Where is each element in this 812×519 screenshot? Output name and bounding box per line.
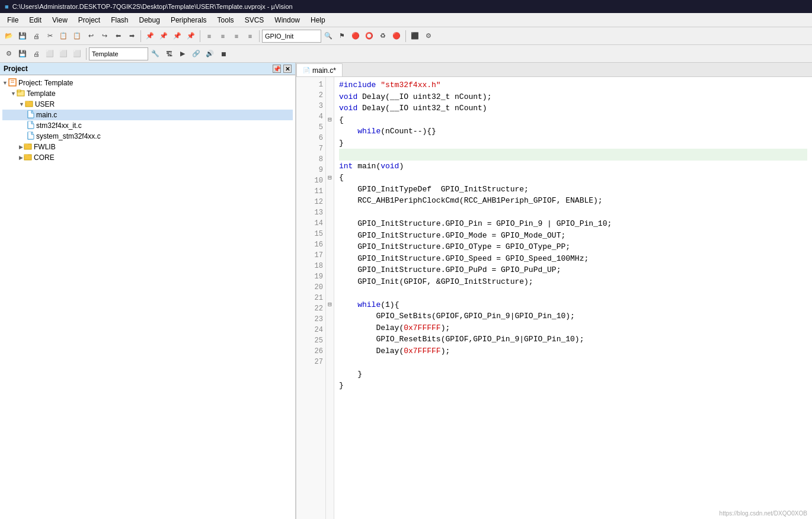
target-dropdown[interactable]: Template bbox=[89, 47, 148, 60]
toolbar2-btn-r2[interactable]: ▶ bbox=[176, 47, 189, 60]
toolbar1-separator bbox=[259, 30, 260, 42]
line-numbers: 1234567891011121314151617181920212223242… bbox=[296, 77, 326, 519]
close-panel-button[interactable]: ✕ bbox=[283, 65, 292, 73]
tree-item-system_stm32f4xx_c[interactable]: system_stm32f4xx.c bbox=[2, 131, 293, 142]
code-line-23: GPIO_ResetBits(GPIOF,GPIO_Pin_9|GPIO_Pin… bbox=[339, 334, 807, 345]
code-area[interactable]: 1234567891011121314151617181920212223242… bbox=[296, 77, 812, 519]
tree-item-user[interactable]: ▼ USER bbox=[2, 99, 293, 110]
toolbar1-btn-19[interactable]: ≡ bbox=[244, 30, 257, 43]
menu-item-debug[interactable]: Debug bbox=[135, 15, 165, 25]
tree-item-fwlib[interactable]: ▶ FWLIB bbox=[2, 142, 293, 152]
toolbar2-btn-3[interactable]: ⬜ bbox=[43, 47, 56, 60]
tb2sep1 bbox=[86, 48, 87, 60]
code-line-17: GPIO_InitStructure.GPIO_PuPd = GPIO_PuPd… bbox=[339, 264, 807, 276]
toolbar1-btn-16[interactable]: ≡ bbox=[203, 30, 216, 43]
tree-label: stm32f4xx_it.c bbox=[36, 121, 82, 130]
toolbar2-btn-r5[interactable]: ⏹ bbox=[217, 47, 230, 60]
toolbar1-btn-extra-3[interactable]: ⭕ bbox=[363, 30, 376, 43]
expand-icon: ▶ bbox=[19, 155, 23, 161]
toolbar1-btn-extra-8[interactable]: ⚙ bbox=[422, 30, 435, 43]
code-line-7 bbox=[339, 149, 807, 161]
tree-item-main_c[interactable]: main.c bbox=[2, 110, 293, 120]
tab-file-icon: 📄 bbox=[303, 67, 310, 73]
code-line-4: { bbox=[339, 114, 807, 126]
code-line-24: Delay(0x7FFFFF); bbox=[339, 345, 807, 357]
function-dropdown[interactable]: GPIO_Init bbox=[262, 30, 321, 43]
toolbar1-btn-13[interactable]: 📌 bbox=[171, 30, 184, 43]
toolbar1-btn-6[interactable]: ↩ bbox=[84, 30, 97, 43]
menu-item-flash[interactable]: Flash bbox=[106, 15, 133, 25]
toolbar1-btn-9[interactable]: ➡ bbox=[125, 30, 138, 43]
menu-item-file[interactable]: File bbox=[2, 15, 23, 25]
toolbar1-btn-2[interactable]: 🖨 bbox=[30, 30, 43, 43]
fold-16 bbox=[326, 253, 334, 265]
tree-item-project__template[interactable]: ▼ Project: Template bbox=[2, 78, 293, 88]
project-tree: ▼ Project: Template▼ Template▼ USERmain.… bbox=[0, 75, 295, 519]
fold-2 bbox=[326, 91, 334, 103]
expand-icon: ▼ bbox=[2, 80, 8, 86]
toolbar1-btn-extra-5[interactable]: 🔴 bbox=[390, 30, 403, 43]
toolbar1-btn-8[interactable]: ⬅ bbox=[111, 30, 124, 43]
code-content[interactable]: #include "stm32f4xx.h"void Delay(__IO ui… bbox=[334, 77, 812, 519]
toolbar2-btn-r0[interactable]: 🔧 bbox=[149, 47, 162, 60]
folder-icon bbox=[24, 142, 32, 152]
toolbar2-btn-5[interactable]: ⬜ bbox=[71, 47, 84, 60]
group-icon bbox=[17, 89, 25, 98]
toolbar2-btn-r3[interactable]: 🔗 bbox=[190, 47, 203, 60]
toolbar2-btn-0[interactable]: ⚙ bbox=[2, 47, 15, 60]
toolbar2-btn-2[interactable]: 🖨 bbox=[30, 47, 43, 60]
tree-label: CORE bbox=[34, 153, 55, 162]
fold-9[interactable]: ⊟ bbox=[326, 172, 334, 184]
toolbar1-btn-extra-7[interactable]: ⬛ bbox=[408, 30, 421, 43]
toolbar1-btn-0[interactable]: 📂 bbox=[2, 30, 15, 43]
toolbar2-btn-r1[interactable]: 🏗 bbox=[162, 47, 175, 60]
tree-item-template[interactable]: ▼ Template bbox=[2, 88, 293, 99]
code-line-5: while(nCount--){} bbox=[339, 126, 807, 137]
code-line-26: } bbox=[339, 369, 807, 380]
menu-item-view[interactable]: View bbox=[47, 15, 72, 25]
toolbar1-btn-5[interactable]: 📋 bbox=[71, 30, 84, 43]
code-line-20: while(1){ bbox=[339, 299, 807, 311]
menu-item-peripherals[interactable]: Peripherals bbox=[166, 15, 212, 25]
fold-12 bbox=[326, 207, 334, 219]
toolbar1-btn-7[interactable]: ↪ bbox=[98, 30, 111, 43]
toolbar1-btn-18[interactable]: ≡ bbox=[230, 30, 243, 43]
tree-item-core[interactable]: ▶ CORE bbox=[2, 152, 293, 163]
toolbar1-btn-14[interactable]: 📌 bbox=[184, 30, 197, 43]
fold-20[interactable]: ⊟ bbox=[326, 299, 334, 311]
toolbar1-btn-12[interactable]: 📌 bbox=[157, 30, 170, 43]
tab-main-c[interactable]: 📄 main.c* bbox=[296, 63, 343, 76]
toolbar1-btn-1[interactable]: 💾 bbox=[16, 30, 29, 43]
toolbar1-btn-4[interactable]: 📋 bbox=[57, 30, 70, 43]
file-icon bbox=[27, 110, 34, 120]
expand-icon: ▼ bbox=[19, 101, 24, 107]
toolbar1-btn-11[interactable]: 📌 bbox=[143, 30, 156, 43]
file-icon bbox=[27, 121, 34, 130]
toolbar2-btn-1[interactable]: 💾 bbox=[16, 47, 29, 60]
app-icon: ■ bbox=[5, 3, 9, 10]
fold-4[interactable]: ⊟ bbox=[326, 114, 334, 126]
menu-item-window[interactable]: Window bbox=[270, 15, 305, 25]
toolbar1-btn-extra-1[interactable]: ⚑ bbox=[335, 30, 349, 43]
fold-25 bbox=[326, 357, 334, 369]
header-controls: 📌 ✕ bbox=[273, 65, 292, 73]
menu-item-tools[interactable]: Tools bbox=[213, 15, 239, 25]
menu-item-svcs[interactable]: SVCS bbox=[240, 15, 269, 25]
toolbar1-btn-extra-2[interactable]: 🔴 bbox=[349, 30, 362, 43]
toolbar1-btn-3[interactable]: ✂ bbox=[43, 30, 56, 43]
tree-label: FWLIB bbox=[34, 143, 56, 151]
code-line-2: void Delay(__IO uint32_t nCount); bbox=[339, 91, 807, 103]
menu-item-project[interactable]: Project bbox=[73, 15, 105, 25]
toolbar1-btn-extra-0[interactable]: 🔍 bbox=[322, 30, 335, 43]
menu-item-help[interactable]: Help bbox=[306, 15, 330, 25]
fold-23 bbox=[326, 334, 334, 345]
toolbar1-btn-17[interactable]: ≡ bbox=[216, 30, 229, 43]
tree-item-stm32f4xx_it_c[interactable]: stm32f4xx_it.c bbox=[2, 120, 293, 131]
toolbar1-btn-extra-4[interactable]: ♻ bbox=[376, 30, 389, 43]
toolbar1-separator bbox=[200, 30, 200, 42]
toolbar2-btn-r4[interactable]: 🔊 bbox=[203, 47, 216, 60]
menu-item-edit[interactable]: Edit bbox=[24, 15, 46, 25]
toolbar2-btn-4[interactable]: ⬜ bbox=[57, 47, 70, 60]
pin-button[interactable]: 📌 bbox=[273, 65, 281, 73]
fold-7 bbox=[326, 149, 334, 161]
